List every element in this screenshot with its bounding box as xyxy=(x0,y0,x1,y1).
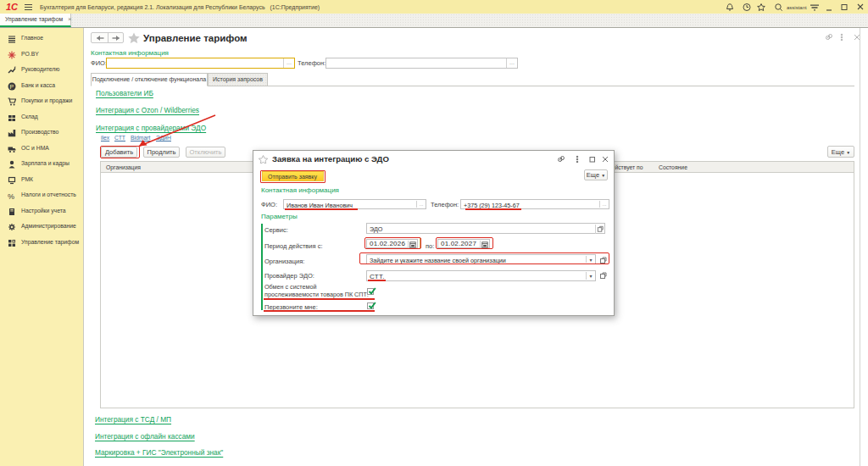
svg-text:%: % xyxy=(8,192,14,201)
svg-text:P: P xyxy=(10,83,14,89)
svg-text:assistant: assistant xyxy=(787,5,807,10)
